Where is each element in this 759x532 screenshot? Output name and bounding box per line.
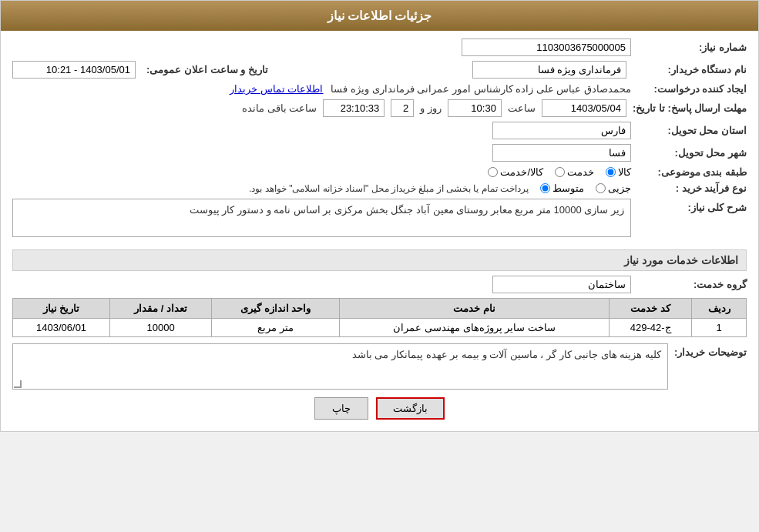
province-row: استان محل تحویل: فارس [12, 122, 747, 139]
process-radio-medium[interactable] [540, 183, 550, 193]
services-section-title: اطلاعات خدمات مورد نیاز [12, 249, 747, 271]
buyer-org-group: نام دستگاه خریدار: فرمانداری ویژه فسا [472, 61, 747, 79]
description-content: زیر سازی 10000 متر مربع معابر روستای معی… [12, 199, 631, 237]
col-need-date: تاریخ نیاز [13, 299, 110, 319]
creator-row: ایجاد کننده درخواست: محمدصادق عباس علی ز… [12, 83, 747, 95]
deadline-row: مهلت ارسال پاسخ: تا تاریخ: 1403/05/04 سا… [12, 99, 747, 117]
cell-row-num: 1 [692, 319, 747, 337]
category-radio-service[interactable] [555, 167, 565, 177]
buyer-date-row: نام دستگاه خریدار: فرمانداری ویژه فسا تا… [12, 61, 747, 79]
category-label-service: خدمت [567, 166, 594, 178]
table-row: 1 ج-42-429 ساخت سایر پروژه‌های مهندسی عم… [13, 319, 747, 337]
category-label: طبقه بندی موضوعی: [631, 166, 747, 178]
deadline-time: 10:30 [448, 99, 502, 117]
datetime-group: تاریخ و ساعت اعلان عمومی: 1403/05/01 - 1… [12, 61, 268, 79]
category-option-goods[interactable]: کالا [606, 166, 631, 178]
notes-resize[interactable] [14, 380, 22, 388]
city-value: فسا [492, 144, 631, 162]
buyer-notes-label: توضیحات خریدار: [668, 343, 747, 358]
deadline-date: 1403/05/04 [542, 99, 626, 117]
buyer-org-value: فرمانداری ویژه فسا [472, 61, 626, 79]
col-row-num: ردیف [692, 299, 747, 319]
process-radio-minor[interactable] [596, 183, 606, 193]
category-row: طبقه بندی موضوعی: کالا خدمت کالا/خدمت [12, 166, 747, 178]
deadline-fields: 1403/05/04 ساعت 10:30 روز و 2 23:10:33 س… [242, 99, 626, 117]
buyer-org-label: نام دستگاه خریدار: [631, 64, 747, 75]
back-button[interactable]: بازگشت [376, 397, 445, 420]
category-radio-both[interactable] [488, 167, 498, 177]
deadline-remaining-label: ساعت باقی مانده [242, 102, 317, 114]
creator-value: محمدصادق عباس علی زاده کارشناس امور عمرا… [331, 83, 631, 95]
process-row: نوع فرآیند خرید : جزیی متوسط پرداخت تمام… [12, 182, 747, 194]
city-label: شهر محل تحویل: [631, 147, 747, 159]
print-button[interactable]: چاپ [314, 397, 368, 420]
category-label-goods: کالا [618, 166, 631, 178]
cell-need-date: 1403/06/01 [13, 319, 110, 337]
description-label: شرح کلی نیاز: [631, 199, 747, 213]
col-service-name: نام خدمت [340, 299, 610, 319]
process-notice: پرداخت تمام یا بخشی از مبلغ خریداز محل "… [249, 183, 529, 194]
page-container: جزئیات اطلاعات نیاز شماره نیاز: 11030036… [0, 0, 759, 432]
category-label-both: کالا/خدمت [500, 166, 543, 178]
datetime-label: تاریخ و ساعت اعلان عمومی: [140, 64, 268, 75]
category-option-both[interactable]: کالا/خدمت [488, 166, 543, 178]
process-label: نوع فرآیند خرید : [631, 182, 747, 194]
description-container: زیر سازی 10000 متر مربع معابر روستای معی… [12, 199, 631, 243]
cell-service-code: ج-42-429 [609, 319, 691, 337]
col-quantity: تعداد / مقدار [110, 299, 212, 319]
cell-unit: متر مربع [212, 319, 340, 337]
creator-link[interactable]: اطلاعات تماس خریدار [230, 83, 323, 95]
col-unit: واحد اندازه گیری [212, 299, 340, 319]
deadline-remaining: 23:10:33 [323, 99, 385, 117]
cell-quantity: 10000 [110, 319, 212, 337]
process-label-minor: جزیی [608, 182, 631, 194]
category-radio-group: کالا خدمت کالا/خدمت [488, 166, 631, 178]
buyer-notes-row: توضیحات خریدار: کلیه هزینه های جانبی کار… [12, 343, 747, 390]
need-number-label: شماره نیاز: [631, 42, 747, 53]
process-option-medium[interactable]: متوسط [540, 182, 584, 194]
process-label-medium: متوسط [552, 182, 584, 194]
page-title: جزئیات اطلاعات نیاز [327, 9, 432, 22]
deadline-day: 2 [391, 99, 414, 117]
deadline-time-label: ساعت [508, 102, 536, 114]
service-group-value: ساختمان [492, 276, 631, 293]
datetime-value: 1403/05/01 - 10:21 [12, 61, 136, 79]
category-radio-goods[interactable] [606, 167, 616, 177]
process-option-minor[interactable]: جزیی [596, 182, 631, 194]
service-group-row: گروه خدمت: ساختمان [12, 276, 747, 293]
city-row: شهر محل تحویل: فسا [12, 144, 747, 162]
table-header-row: ردیف کد خدمت نام خدمت واحد اندازه گیری ت… [13, 299, 747, 319]
province-label: استان محل تحویل: [631, 125, 747, 136]
cell-service-name: ساخت سایر پروژه‌های مهندسی عمران [340, 319, 610, 337]
button-row: چاپ بازگشت [12, 397, 747, 420]
process-radio-group: جزیی متوسط پرداخت تمام یا بخشی از مبلغ خ… [249, 182, 631, 194]
deadline-day-label: روز و [420, 102, 442, 114]
page-header: جزئیات اطلاعات نیاز [1, 1, 758, 31]
description-row: شرح کلی نیاز: زیر سازی 10000 متر مربع مع… [12, 199, 747, 243]
deadline-label: مهلت ارسال پاسخ: تا تاریخ: [626, 102, 747, 114]
services-table: ردیف کد خدمت نام خدمت واحد اندازه گیری ت… [12, 298, 747, 337]
province-value: فارس [492, 122, 631, 139]
creator-label: ایجاد کننده درخواست: [631, 83, 747, 95]
content-area: شماره نیاز: 1103003675000005 نام دستگاه … [1, 31, 758, 431]
need-number-row: شماره نیاز: 1103003675000005 [12, 38, 747, 56]
buyer-notes-content: کلیه هزینه های جانبی کار گر ، ماسین آلات… [12, 343, 668, 390]
notes-container: کلیه هزینه های جانبی کار گر ، ماسین آلات… [12, 343, 668, 390]
need-number-value: 1103003675000005 [462, 38, 631, 56]
service-group-label: گروه خدمت: [631, 279, 747, 290]
category-option-service[interactable]: خدمت [555, 166, 594, 178]
col-service-code: کد خدمت [609, 299, 691, 319]
